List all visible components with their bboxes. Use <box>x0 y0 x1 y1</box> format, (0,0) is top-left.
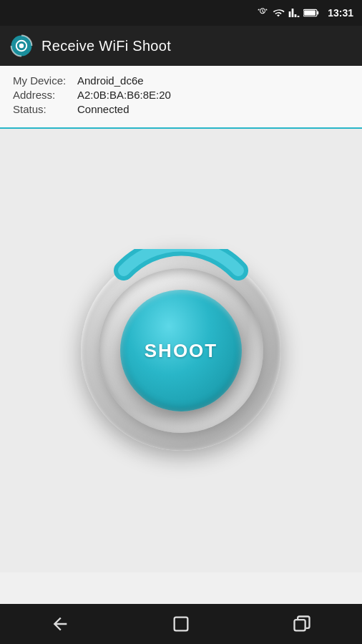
svg-rect-2 <box>304 10 315 15</box>
device-label: My Device: <box>13 74 77 87</box>
info-panel: My Device: Android_dc6e Address: A2:0B:B… <box>0 66 362 129</box>
device-row: My Device: Android_dc6e <box>13 74 349 87</box>
address-row: Address: A2:0B:BA:B6:8E:20 <box>13 89 349 101</box>
status-row: Status: Connected <box>13 103 349 115</box>
shoot-label: SHOOT <box>145 340 217 362</box>
inner-ring: SHOOT <box>99 268 263 433</box>
recent-button[interactable] <box>292 614 312 634</box>
app-icon <box>10 34 33 57</box>
home-button[interactable] <box>171 614 191 634</box>
address-label: Address: <box>13 89 77 101</box>
status-bar: 13:31 <box>0 0 362 26</box>
main-content: SHOOT <box>0 129 362 572</box>
home-icon <box>171 614 191 634</box>
status-label: Status: <box>13 103 77 115</box>
app-title: Receive WiFi Shoot <box>41 38 171 54</box>
outer-ring: SHOOT <box>81 250 281 451</box>
svg-rect-6 <box>175 618 188 631</box>
status-time: 13:31 <box>328 7 353 19</box>
alarm-icon <box>257 7 268 19</box>
svg-rect-7 <box>294 620 305 630</box>
recent-icon <box>292 614 312 634</box>
back-button[interactable] <box>50 614 70 634</box>
wifi-icon <box>272 7 285 19</box>
back-icon <box>50 614 70 634</box>
title-bar: Receive WiFi Shoot <box>0 26 362 66</box>
shoot-button[interactable]: SHOOT <box>120 290 242 411</box>
svg-rect-1 <box>317 11 318 15</box>
device-value: Android_dc6e <box>77 74 144 87</box>
signal-icon <box>288 7 300 19</box>
status-icons <box>257 7 319 19</box>
battery-icon <box>303 8 319 18</box>
svg-point-5 <box>19 44 24 48</box>
nav-bar <box>0 604 362 644</box>
shoot-button-container: SHOOT <box>74 243 288 458</box>
address-value: A2:0B:BA:B6:8E:20 <box>77 89 171 101</box>
status-value: Connected <box>77 103 129 115</box>
